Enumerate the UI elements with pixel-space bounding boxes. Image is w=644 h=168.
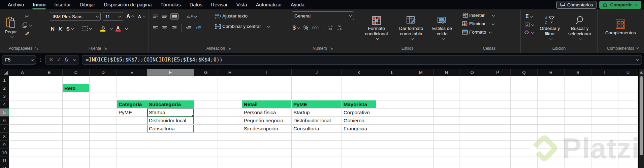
cell-J12[interactable] [292,165,342,168]
cell-G8[interactable] [194,133,218,141]
menu-tab-datos[interactable]: Datos [185,0,207,9]
cell-P7[interactable] [485,125,511,133]
align-left-button[interactable] [152,25,159,31]
cell-A3[interactable] [9,92,36,100]
vertical-scrollbar[interactable] [638,69,644,168]
cell-S3[interactable] [565,92,591,100]
column-header-O[interactable]: O [459,69,485,76]
column-header-T[interactable]: T [591,69,618,76]
cell-T6[interactable] [591,117,618,125]
cell-H5[interactable] [218,109,242,117]
cell-O1[interactable] [459,76,485,84]
comma-style-button[interactable]: 000 [311,25,319,31]
cell-O4[interactable] [459,100,485,109]
row-header-3[interactable]: 3 [0,92,9,100]
cell-R6[interactable] [538,117,565,125]
cell-P12[interactable] [485,165,511,168]
cell-N2[interactable] [434,84,459,92]
cell-Q7[interactable] [511,125,538,133]
cell-K12[interactable] [342,165,376,168]
cell-I4[interactable]: Retail [242,100,292,109]
clear-button[interactable] [523,30,535,35]
cell-L9[interactable] [376,141,408,149]
cell-U6[interactable] [618,117,638,125]
row-header-11[interactable]: 11 [0,157,9,165]
cell-D4[interactable] [90,100,117,109]
cell-E10[interactable] [117,149,147,157]
cell-M7[interactable] [408,125,434,133]
cell-D11[interactable] [90,157,117,165]
column-header-D[interactable]: D [90,69,117,76]
font-color-button[interactable]: A [115,25,122,32]
enter-icon[interactable]: ✓ [57,56,61,63]
column-header-K[interactable]: K [342,69,376,76]
cell-B10[interactable] [36,149,63,157]
cell-Q5[interactable] [511,109,538,117]
cell-P1[interactable] [485,76,511,84]
cell-U11[interactable] [618,157,638,165]
cell-C11[interactable] [63,157,90,165]
cell-C10[interactable] [63,149,90,157]
cell-T1[interactable] [591,76,618,84]
cell-O6[interactable] [459,117,485,125]
row-header-2[interactable]: 2 [0,84,9,92]
cell-B12[interactable] [36,165,63,168]
fill-color-button[interactable] [99,25,107,32]
cell-styles-button[interactable]: Estilos de celda [429,11,455,43]
cell-F4[interactable]: Subcategoría [147,100,194,109]
cell-S11[interactable] [565,157,591,165]
font-name-select[interactable]: IBM Plex Sans [50,12,101,21]
cell-I5[interactable]: Persona física [242,109,292,117]
name-box[interactable]: F5 [2,55,36,65]
cell-I7[interactable]: Sin descripción [242,125,292,133]
cell-N10[interactable] [434,149,459,157]
addins-button[interactable]: Complementos [603,11,638,43]
cell-O7[interactable] [459,125,485,133]
cell-O2[interactable] [459,84,485,92]
cell-J1[interactable] [292,76,342,84]
increase-font-button[interactable]: A [125,13,135,20]
cell-C1[interactable] [63,76,90,84]
cell-B11[interactable] [36,157,63,165]
cell-C7[interactable] [63,125,90,133]
cell-K11[interactable] [342,157,376,165]
cell-L10[interactable] [376,149,408,157]
cell-G9[interactable] [194,141,218,149]
cell-J11[interactable] [292,157,342,165]
number-format-select[interactable]: General [292,11,354,20]
cell-G11[interactable] [194,157,218,165]
cell-K8[interactable] [342,133,376,141]
cell-Q11[interactable] [511,157,538,165]
align-middle-button[interactable] [161,14,168,19]
cell-L3[interactable] [376,92,408,100]
cell-E2[interactable] [117,84,147,92]
align-top-button[interactable] [152,14,159,19]
cell-H10[interactable] [218,149,242,157]
cell-G7[interactable] [194,125,218,133]
cell-M1[interactable] [408,76,434,84]
cell-E3[interactable] [117,92,147,100]
cell-N5[interactable] [434,109,459,117]
cell-K1[interactable] [342,76,376,84]
cell-D9[interactable] [90,141,117,149]
cell-M2[interactable] [408,84,434,92]
cell-U2[interactable] [618,84,638,92]
cell-F5[interactable]: Startup [147,109,194,117]
row-header-5[interactable]: 5 [0,109,9,117]
cell-Q2[interactable] [511,84,538,92]
wrap-text-button[interactable]: abc Ajustar texto [214,13,270,19]
cancel-icon[interactable]: ✕ [49,56,53,63]
cell-K5[interactable]: Corporativo [342,109,376,117]
cell-U5[interactable] [618,109,638,117]
cell-J7[interactable]: Consultoría [292,125,342,133]
cell-O11[interactable] [459,157,485,165]
cell-S1[interactable] [565,76,591,84]
cell-I9[interactable] [242,141,292,149]
menu-tab-vista[interactable]: Vista [232,0,252,9]
dialog-launcher-icon[interactable] [104,47,107,50]
cell-U10[interactable] [618,149,638,157]
cell-D10[interactable] [90,149,117,157]
cell-B9[interactable] [36,141,63,149]
cell-G3[interactable] [194,92,218,100]
cell-T11[interactable] [591,157,618,165]
